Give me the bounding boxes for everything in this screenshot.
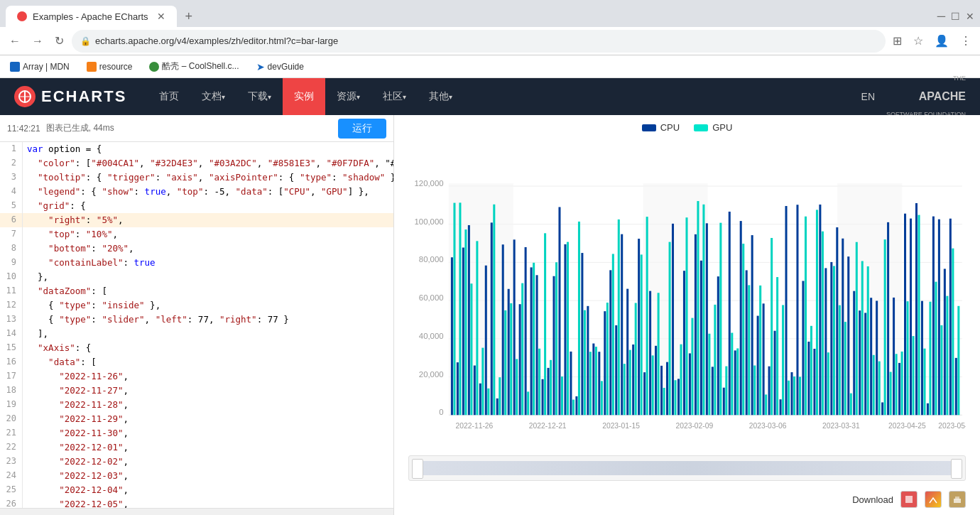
bar-gpu-33[interactable] xyxy=(641,254,643,415)
bar-gpu-38[interactable] xyxy=(669,242,671,416)
bar-cpu-12[interactable] xyxy=(519,304,521,415)
bar-cpu-68[interactable] xyxy=(836,227,838,415)
bar-cpu-49[interactable] xyxy=(729,212,731,415)
bar-gpu-49[interactable] xyxy=(731,332,733,415)
bar-cpu-79[interactable] xyxy=(898,363,900,415)
bar-gpu-4[interactable] xyxy=(476,241,478,415)
bar-gpu-71[interactable] xyxy=(856,242,858,416)
bar-gpu-25[interactable] xyxy=(595,347,597,415)
bar-cpu-55[interactable] xyxy=(763,303,765,415)
bar-gpu-85[interactable] xyxy=(935,282,937,416)
bar-cpu-81[interactable] xyxy=(910,219,912,416)
bar-gpu-52[interactable] xyxy=(748,285,750,415)
back-btn[interactable]: ← xyxy=(6,33,24,49)
horizontal-scrollbar[interactable] xyxy=(0,508,393,515)
bar-cpu-50[interactable] xyxy=(734,350,736,415)
bar-cpu-8[interactable] xyxy=(496,399,499,415)
bar-cpu-6[interactable] xyxy=(485,266,487,416)
bar-gpu-59[interactable] xyxy=(788,381,790,416)
download-btn[interactable]: Download xyxy=(852,494,893,505)
bar-cpu-67[interactable] xyxy=(830,262,832,415)
bar-cpu-51[interactable] xyxy=(740,221,742,415)
bar-cpu-13[interactable] xyxy=(525,247,527,415)
bar-gpu-16[interactable] xyxy=(544,233,546,415)
bar-gpu-45[interactable] xyxy=(708,334,710,416)
bar-gpu-8[interactable] xyxy=(499,377,501,415)
bar-gpu-29[interactable] xyxy=(618,219,620,415)
bar-gpu-19[interactable] xyxy=(561,376,563,415)
bar-gpu-79[interactable] xyxy=(901,352,903,415)
bar-gpu-60[interactable] xyxy=(793,376,795,415)
bar-cpu-38[interactable] xyxy=(666,362,668,416)
bar-cpu-65[interactable] xyxy=(819,205,821,415)
bookmark-mdn[interactable]: Array | MDN xyxy=(6,60,74,73)
bar-gpu-61[interactable] xyxy=(799,376,801,415)
bar-cpu-78[interactable] xyxy=(893,298,895,415)
bar-gpu-34[interactable] xyxy=(646,217,648,415)
bar-cpu-72[interactable] xyxy=(859,310,861,415)
bar-gpu-3[interactable] xyxy=(470,283,472,415)
bar-gpu-13[interactable] xyxy=(527,391,529,415)
icon-btn-red[interactable] xyxy=(900,491,918,508)
bar-cpu-33[interactable] xyxy=(638,239,640,415)
bar-cpu-59[interactable] xyxy=(785,206,788,415)
bar-cpu-45[interactable] xyxy=(706,223,708,415)
bar-gpu-63[interactable] xyxy=(810,326,812,415)
bar-cpu-11[interactable] xyxy=(513,239,516,415)
profile-btn[interactable]: 👤 xyxy=(932,31,952,50)
bar-cpu-39[interactable] xyxy=(672,224,674,415)
bar-gpu-7[interactable] xyxy=(493,205,495,416)
nav-download[interactable]: 下载 xyxy=(236,78,283,115)
bar-cpu-37[interactable] xyxy=(660,366,663,415)
bar-cpu-69[interactable] xyxy=(842,239,844,416)
bar-gpu-72[interactable] xyxy=(861,261,864,416)
bar-cpu-76[interactable] xyxy=(881,402,883,415)
bar-cpu-63[interactable] xyxy=(807,342,810,415)
bar-gpu-50[interactable] xyxy=(736,348,739,415)
bar-gpu-12[interactable] xyxy=(521,283,523,416)
tab-close-btn[interactable]: ✕ xyxy=(157,11,165,22)
bar-gpu-54[interactable] xyxy=(759,286,761,415)
bar-cpu-26[interactable] xyxy=(598,352,600,415)
bar-gpu-18[interactable] xyxy=(555,262,557,415)
maximize-btn[interactable]: ☐ xyxy=(951,11,960,22)
bar-gpu-17[interactable] xyxy=(550,360,552,415)
bar-gpu-75[interactable] xyxy=(878,362,881,416)
bar-gpu-41[interactable] xyxy=(685,217,687,415)
bar-gpu-10[interactable] xyxy=(510,303,512,415)
bar-cpu-66[interactable] xyxy=(824,268,827,415)
bar-cpu-54[interactable] xyxy=(757,316,759,416)
bar-cpu-85[interactable] xyxy=(932,217,935,416)
nav-other[interactable]: 其他 xyxy=(418,78,464,115)
bar-cpu-88[interactable] xyxy=(949,219,952,416)
bar-gpu-15[interactable] xyxy=(538,349,540,415)
bar-cpu-35[interactable] xyxy=(649,291,651,416)
bar-gpu-51[interactable] xyxy=(742,244,744,415)
bar-gpu-53[interactable] xyxy=(753,365,756,415)
bar-gpu-0[interactable] xyxy=(453,203,455,416)
bar-cpu-53[interactable] xyxy=(751,235,753,415)
bar-gpu-65[interactable] xyxy=(822,232,824,416)
bar-cpu-34[interactable] xyxy=(643,372,646,415)
bar-cpu-70[interactable] xyxy=(847,256,849,415)
nav-examples[interactable]: 实例 xyxy=(283,78,325,115)
bar-gpu-81[interactable] xyxy=(913,336,915,415)
bar-cpu-20[interactable] xyxy=(564,244,566,415)
bar-gpu-56[interactable] xyxy=(771,238,773,415)
bar-gpu-2[interactable] xyxy=(464,229,467,415)
bar-cpu-62[interactable] xyxy=(802,281,804,415)
bookmark-devguide[interactable]: ➤ devGuide xyxy=(252,60,308,74)
bar-gpu-24[interactable] xyxy=(589,352,592,415)
bar-cpu-9[interactable] xyxy=(502,244,504,415)
bar-cpu-56[interactable] xyxy=(768,367,771,416)
bar-gpu-78[interactable] xyxy=(895,354,898,415)
bar-gpu-88[interactable] xyxy=(952,249,954,416)
bar-cpu-87[interactable] xyxy=(944,269,946,415)
bar-gpu-86[interactable] xyxy=(940,325,942,415)
bar-cpu-80[interactable] xyxy=(904,214,906,416)
bar-gpu-27[interactable] xyxy=(606,303,609,415)
bar-gpu-57[interactable] xyxy=(776,277,778,415)
bar-gpu-9[interactable] xyxy=(504,310,506,415)
icon-btn-orange[interactable] xyxy=(949,491,966,508)
bar-cpu-77[interactable] xyxy=(887,222,889,415)
